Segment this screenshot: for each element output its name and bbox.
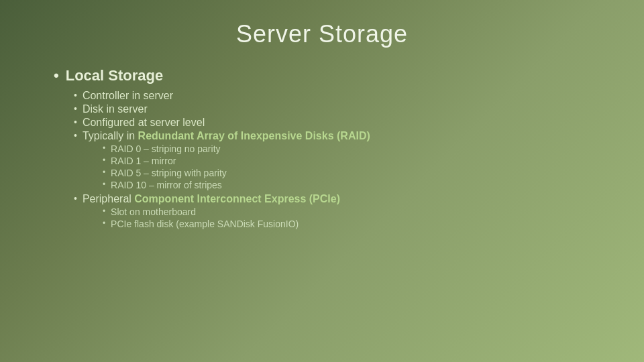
raid-list: RAID 0 – striping no parity RAID 1 – mir…: [103, 143, 604, 190]
flash-disk-item: PCIe flash disk (example SANDisk FusionI…: [103, 219, 604, 229]
level2-container: Controller in server Disk in server Conf…: [54, 90, 604, 231]
raid0-item: RAID 0 – striping no parity: [103, 143, 604, 154]
slide: Server Storage Local Storage Controller …: [0, 0, 644, 362]
slide-title: Server Storage: [40, 20, 604, 48]
raid-label: Typically in Redundant Array of Inexpens…: [83, 130, 370, 141]
slot-item: Slot on motherboard: [103, 206, 604, 217]
local-storage-item: Local Storage: [54, 67, 604, 84]
disk-item: Disk in server: [74, 103, 604, 115]
controller-item: Controller in server: [74, 90, 604, 102]
main-list: Local Storage: [54, 67, 604, 84]
pcie-label: Peripheral Component Interconnect Expres…: [83, 193, 340, 204]
raid-sub-container: RAID 0 – striping no parity RAID 1 – mir…: [83, 143, 604, 190]
raid10-item: RAID 10 – mirror of stripes: [103, 180, 604, 190]
local-storage-label: Local Storage: [66, 67, 163, 84]
configured-item: Configured at server level: [74, 117, 604, 129]
pcie-list: Peripheral Component Interconnect Expres…: [74, 193, 604, 231]
pcie-sub-list: Slot on motherboard PCIe flash disk (exa…: [103, 206, 604, 229]
content-area: Local Storage Controller in server Disk …: [40, 67, 604, 231]
raid1-item: RAID 1 – mirror: [103, 156, 604, 166]
pcie-sub-container: Slot on motherboard PCIe flash disk (exa…: [83, 206, 604, 229]
raid-item: Typically in Redundant Array of Inexpens…: [74, 130, 604, 192]
pcie-item: Peripheral Component Interconnect Expres…: [74, 193, 604, 231]
raid5-item: RAID 5 – striping with parity: [103, 168, 604, 178]
level2-list: Controller in server Disk in server Conf…: [74, 90, 604, 192]
